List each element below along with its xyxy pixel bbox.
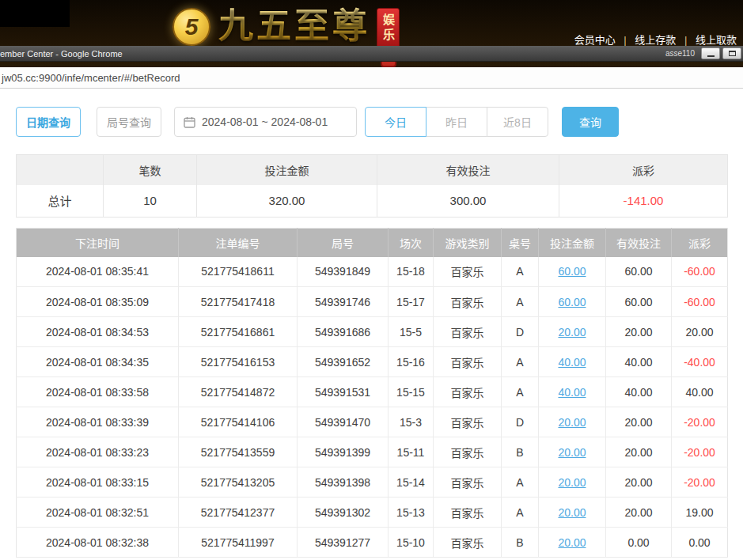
cell-bet-amount-link[interactable]: 20.00 — [539, 407, 606, 437]
header-session: 场次 — [389, 229, 434, 257]
top-left-black-block — [0, 0, 70, 27]
nav-member-center[interactable]: 会员中心 — [574, 34, 616, 46]
minimize-button[interactable] — [701, 47, 720, 59]
cell-game-type: 百家乐 — [434, 498, 502, 528]
cell-game-type: 百家乐 — [434, 437, 502, 467]
summary-header-bet-amount: 投注金额 — [197, 155, 377, 185]
cell-game-type: 百家乐 — [434, 407, 502, 437]
today-button[interactable]: 今日 — [365, 107, 426, 137]
cell-payout: 19.00 — [672, 498, 728, 528]
records-tbody: 2024-08-01 08:35:41 521775418611 5493918… — [17, 257, 728, 558]
maximize-icon — [729, 51, 736, 56]
cell-bet-amount-link[interactable]: 20.00 — [539, 317, 606, 347]
cell-payout: -40.00 — [672, 347, 728, 377]
cell-payout: 0.00 — [672, 528, 728, 558]
cell-valid-bet: 40.00 — [606, 377, 672, 407]
cell-bet-time: 2024-08-01 08:34:35 — [17, 347, 179, 377]
cell-table: D — [502, 317, 539, 347]
window-title: ember Center - Google Chrome — [0, 49, 123, 59]
quick-range-group: 今日 昨日 近8日 — [365, 107, 548, 137]
cell-game-type: 百家乐 — [434, 347, 502, 377]
window-titlebar: ember Center - Google Chrome asse110 — [0, 46, 743, 62]
cell-round-number: 549391531 — [298, 377, 389, 407]
nav-online-deposit[interactable]: 线上存款 — [635, 34, 676, 46]
maximize-button[interactable] — [722, 47, 741, 59]
cell-bet-number: 521775417418 — [179, 287, 298, 317]
header-bet-number: 注单编号 — [179, 229, 298, 257]
cell-table: D — [502, 407, 539, 437]
summary-table: 笔数 投注金额 有效投注 派彩 总计 10 320.00 300.00 -141… — [16, 154, 728, 218]
cell-round-number: 549391277 — [298, 528, 389, 558]
cell-round-number: 549391398 — [298, 467, 389, 498]
cell-payout: 20.00 — [672, 317, 728, 347]
yesterday-button[interactable]: 昨日 — [426, 107, 487, 137]
date-query-tab[interactable]: 日期查询 — [16, 107, 81, 137]
cell-bet-amount-link[interactable]: 60.00 — [539, 257, 606, 287]
header-bet-amount: 投注金额 — [539, 229, 606, 257]
minimize-icon — [707, 55, 715, 57]
cell-bet-amount-link[interactable]: 20.00 — [539, 467, 606, 498]
cell-bet-number: 521775413205 — [179, 467, 298, 498]
cell-table: A — [502, 377, 539, 407]
cell-bet-number: 521775412377 — [179, 498, 298, 528]
last-8-days-button[interactable]: 近8日 — [487, 107, 548, 137]
cell-bet-time: 2024-08-01 08:35:09 — [17, 287, 179, 317]
cell-bet-number: 521775414106 — [179, 407, 298, 437]
round-query-tab[interactable]: 局号查询 — [97, 107, 161, 137]
cell-bet-amount-link[interactable]: 40.00 — [539, 347, 606, 377]
url-text[interactable]: jw05.cc:9900/infe/mcenter/#/betRecord — [0, 72, 180, 84]
cell-valid-bet: 20.00 — [606, 467, 672, 498]
summary-header-payout: 派彩 — [559, 155, 728, 185]
browser-window: ember Center - Google Chrome asse110 jw0… — [0, 46, 743, 560]
cell-round-number: 549391652 — [298, 347, 389, 377]
summary-header-row: 笔数 投注金额 有效投注 派彩 — [17, 155, 728, 185]
summary-header-valid-bet: 有效投注 — [377, 155, 559, 185]
cell-game-type: 百家乐 — [434, 377, 502, 407]
records-table: 下注时间 注单编号 局号 场次 游戏类别 桌号 投注金额 有效投注 派彩 202… — [16, 228, 728, 558]
cell-session: 15-18 — [389, 257, 434, 287]
search-button[interactable]: 查询 — [562, 107, 619, 137]
date-range-picker[interactable]: 2024-08-01 ~ 2024-08-01 — [174, 107, 357, 137]
summary-header-blank — [17, 155, 104, 185]
nav-separator: | — [624, 34, 626, 46]
address-bar[interactable]: jw05.cc:9900/infe/mcenter/#/betRecord — [0, 67, 743, 89]
cell-table: A — [502, 467, 539, 498]
cell-bet-number: 521775418611 — [179, 257, 298, 287]
summary-header-count: 笔数 — [104, 155, 197, 185]
cell-session: 15-17 — [389, 287, 434, 317]
cell-valid-bet: 40.00 — [606, 347, 672, 377]
cell-bet-amount-link[interactable]: 40.00 — [539, 377, 606, 407]
cell-bet-amount-link[interactable]: 20.00 — [539, 437, 606, 467]
bet-record-row: 2024-08-01 08:34:53 521775416861 5493916… — [17, 317, 728, 347]
cell-game-type: 百家乐 — [434, 528, 502, 558]
cell-bet-number: 521775411997 — [179, 528, 298, 558]
summary-bet-amount: 320.00 — [197, 185, 377, 218]
cell-bet-amount-link[interactable]: 20.00 — [539, 528, 606, 558]
summary-payout: -141.00 — [559, 185, 728, 218]
cell-session: 15-15 — [389, 377, 434, 407]
cell-valid-bet: 60.00 — [606, 287, 672, 317]
cell-round-number: 549391686 — [298, 317, 389, 347]
cell-session: 15-10 — [389, 528, 434, 558]
cell-bet-time: 2024-08-01 08:32:38 — [17, 528, 179, 558]
cell-valid-bet: 20.00 — [606, 498, 672, 528]
bet-record-row: 2024-08-01 08:35:09 521775417418 5493917… — [17, 287, 728, 317]
cell-payout: 40.00 — [672, 377, 728, 407]
records-header-row: 下注时间 注单编号 局号 场次 游戏类别 桌号 投注金额 有效投注 派彩 — [17, 229, 728, 257]
cell-payout: -60.00 — [672, 257, 728, 287]
cell-session: 15-11 — [389, 437, 434, 467]
nav-online-withdraw[interactable]: 线上取款 — [696, 34, 737, 46]
top-nav: 会员中心 | 线上存款 | 线上取款 — [574, 32, 737, 47]
cell-bet-amount-link[interactable]: 60.00 — [539, 287, 606, 317]
header-game-type: 游戏类别 — [434, 229, 502, 257]
cell-bet-amount-link[interactable]: 20.00 — [539, 498, 606, 528]
cell-table: A — [502, 347, 539, 377]
cell-bet-number: 521775416861 — [179, 317, 298, 347]
cell-game-type: 百家乐 — [434, 257, 502, 287]
nav-separator: | — [684, 34, 687, 46]
bet-record-row: 2024-08-01 08:35:41 521775418611 5493918… — [17, 257, 728, 287]
cell-table: A — [502, 257, 539, 287]
cell-payout: -20.00 — [672, 437, 728, 467]
cell-bet-time: 2024-08-01 08:33:58 — [17, 377, 179, 407]
header-table: 桌号 — [502, 229, 539, 257]
